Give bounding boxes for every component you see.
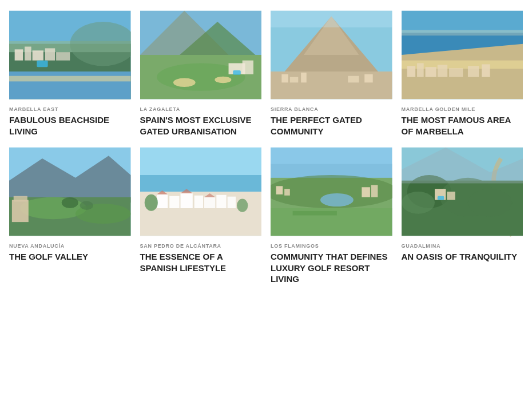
svg-rect-39: [437, 65, 447, 77]
svg-rect-61: [216, 195, 226, 208]
svg-rect-76: [371, 185, 378, 197]
svg-rect-58: [180, 193, 192, 208]
svg-rect-2: [9, 72, 131, 99]
svg-rect-57: [169, 196, 179, 208]
svg-point-52: [80, 201, 93, 209]
svg-rect-4: [15, 49, 23, 60]
card-region-marbella-golden-mile: MARBELLA GOLDEN MILE: [402, 106, 523, 112]
property-card-marbella-golden-mile[interactable]: MARBELLA GOLDEN MILE THE MOST FAMOUS ARE…: [402, 9, 523, 137]
card-region-san-pedro: SAN PEDRO DE ALCÁNTARA: [140, 243, 262, 249]
card-title-marbella-east: FABULOUS BEACHSIDE LIVING: [9, 114, 131, 137]
svg-rect-78: [293, 211, 337, 216]
card-image-marbella-east: [9, 9, 131, 101]
svg-rect-29: [348, 76, 359, 83]
card-image-marbella-golden-mile: [402, 9, 523, 101]
svg-rect-73: [276, 186, 283, 194]
card-image-sierra-blanca: [271, 9, 392, 101]
card-image-la-zagaleta: [140, 9, 262, 101]
svg-rect-59: [194, 196, 203, 208]
card-title-san-pedro: THE ESSENCE OF A SPANISH LIFESTYLE: [140, 251, 262, 273]
svg-rect-43: [402, 30, 523, 36]
svg-rect-30: [364, 74, 372, 82]
card-title-nueva-andalucia: THE GOLF VALLEY: [9, 251, 131, 263]
card-image-guadalmina: [402, 146, 523, 237]
svg-rect-10: [9, 76, 131, 82]
svg-rect-74: [284, 189, 290, 196]
svg-rect-31: [271, 11, 392, 27]
card-title-los-flamingos: COMMUNITY THAT DEFINES LUXURY GOLF RESOR…: [271, 251, 392, 285]
property-card-la-zagaleta[interactable]: LA ZAGALETA SPAIN'S MOST EXCLUSIVE GATED…: [140, 9, 262, 137]
svg-rect-27: [290, 77, 298, 83]
card-region-marbella-east: MARBELLA EAST: [9, 106, 131, 112]
svg-point-66: [144, 194, 157, 211]
svg-point-51: [62, 197, 78, 208]
svg-point-67: [237, 199, 248, 212]
svg-point-72: [320, 193, 354, 206]
svg-point-84: [467, 189, 511, 216]
svg-rect-40: [449, 68, 463, 77]
svg-rect-37: [417, 63, 424, 77]
card-region-nueva-andalucia: NUEVA ANDALUCÍA: [9, 243, 131, 249]
svg-rect-6: [33, 50, 43, 60]
property-card-los-flamingos[interactable]: LOS FLAMINGOS COMMUNITY THAT DEFINES LUX…: [271, 146, 392, 285]
property-card-san-pedro[interactable]: SAN PEDRO DE ALCÁNTARA THE ESSENCE OF A …: [140, 146, 262, 285]
svg-rect-26: [281, 74, 288, 82]
svg-rect-21: [233, 70, 241, 75]
svg-rect-8: [56, 52, 70, 60]
svg-rect-9: [37, 61, 47, 67]
svg-point-18: [215, 77, 231, 84]
svg-rect-60: [204, 197, 215, 208]
card-title-guadalmina: AN OASIS OF TRANQUILITY: [402, 251, 523, 263]
svg-rect-41: [467, 66, 478, 77]
card-region-la-zagaleta: LA ZAGALETA: [140, 106, 262, 112]
card-region-guadalmina: GUADALMINA: [402, 243, 523, 249]
svg-rect-42: [482, 64, 490, 77]
card-image-los-flamingos: [271, 146, 392, 237]
property-card-sierra-blanca[interactable]: SIERRA BLANCA THE PERFECT GATED COMMUNIT…: [271, 9, 392, 137]
svg-rect-25: [271, 72, 392, 99]
svg-rect-86: [447, 192, 455, 200]
property-card-nueva-andalucia[interactable]: NUEVA ANDALUCÍA THE GOLF VALLEY: [9, 146, 131, 285]
svg-point-83: [402, 192, 435, 214]
card-title-sierra-blanca: THE PERFECT GATED COMMUNITY: [271, 114, 392, 137]
svg-rect-56: [156, 194, 167, 208]
svg-point-17: [173, 78, 195, 87]
property-card-guadalmina[interactable]: GUADALMINA AN OASIS OF TRANQUILITY: [402, 146, 523, 285]
svg-rect-7: [45, 48, 55, 60]
svg-rect-50: [14, 196, 27, 202]
svg-rect-87: [437, 196, 444, 200]
card-region-los-flamingos: LOS FLAMINGOS: [271, 243, 392, 249]
property-card-marbella-east[interactable]: MARBELLA EAST FABULOUS BEACHSIDE LIVING: [9, 9, 131, 137]
card-title-la-zagaleta: SPAIN'S MOST EXCLUSIVE GATED URBANISATIO…: [140, 114, 262, 137]
svg-rect-28: [301, 73, 307, 82]
svg-rect-75: [362, 187, 370, 197]
property-grid: MARBELLA EAST FABULOUS BEACHSIDE LIVING: [9, 9, 523, 285]
svg-rect-20: [242, 61, 253, 74]
svg-rect-38: [425, 67, 436, 77]
card-title-marbella-golden-mile: THE MOST FAMOUS AREA OF MARBELLA: [402, 114, 523, 137]
svg-rect-49: [12, 200, 29, 222]
card-image-san-pedro: [140, 146, 262, 237]
svg-rect-62: [227, 197, 235, 208]
card-image-nueva-andalucia: [9, 146, 131, 237]
card-region-sierra-blanca: SIERRA BLANCA: [271, 106, 392, 112]
svg-rect-5: [25, 47, 31, 61]
svg-rect-36: [407, 66, 415, 77]
